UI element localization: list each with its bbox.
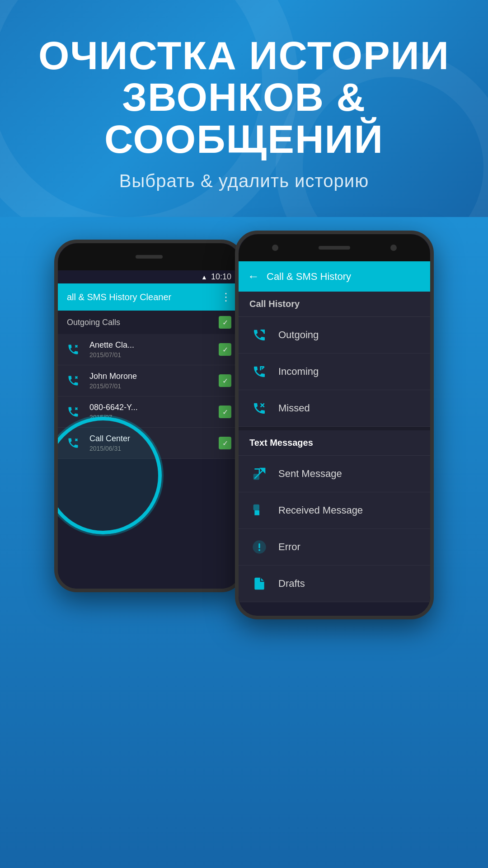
svg-rect-5 xyxy=(253,505,259,510)
left-app-title: all & SMS History Cleaner xyxy=(67,292,171,302)
drafts-icon xyxy=(249,574,269,594)
header-section: ОЧИСТКА ИСТОРИИ ЗВОНКОВ & СООБЩЕНИЙ Выбр… xyxy=(0,0,488,217)
left-app-bar: all & SMS History Cleaner ⋮ xyxy=(58,283,240,311)
item-date: 2015/07/01 xyxy=(89,351,219,359)
right-app-title: Call & SMS History xyxy=(267,271,351,283)
outgoing-call-icon xyxy=(67,341,83,358)
list-item[interactable]: Anette Cla... 2015/07/01 ✓ xyxy=(58,334,240,365)
item-checkbox[interactable]: ✓ xyxy=(219,343,231,356)
list-item[interactable]: John Morone 2015/07/01 ✓ xyxy=(58,365,240,396)
outgoing-calls-label: Outgoing Calls xyxy=(67,318,120,327)
svg-point-8 xyxy=(258,549,260,551)
right-drafts-item[interactable]: Drafts xyxy=(239,566,430,602)
right-error-item[interactable]: Error xyxy=(239,529,430,566)
outgoing-icon xyxy=(249,325,269,345)
outgoing-checkbox[interactable]: ✓ xyxy=(219,316,231,329)
missed-label: Missed xyxy=(278,402,310,414)
signal-icon: ▲ xyxy=(201,274,207,281)
left-phone: ▲ 10:10 all & SMS History Cleaner ⋮ Outg… xyxy=(54,240,244,592)
outgoing-call-icon xyxy=(67,373,83,389)
item-date: 2015/07/01 xyxy=(89,382,219,390)
call-history-header: Call History xyxy=(239,292,430,317)
sent-message-icon xyxy=(249,464,269,484)
right-phone-top xyxy=(239,234,430,261)
item-name: John Morone xyxy=(89,372,219,381)
menu-icon[interactable]: ⋮ xyxy=(221,291,231,303)
status-time: 10:10 xyxy=(211,272,231,282)
error-label: Error xyxy=(278,541,300,553)
outgoing-call-icon xyxy=(67,404,83,420)
right-missed-item[interactable]: Missed xyxy=(239,390,430,427)
right-phone: ← Call & SMS History Call History Out xyxy=(235,231,434,619)
right-outgoing-item[interactable]: Outgoing xyxy=(239,317,430,354)
item-info: Anette Cla... 2015/07/01 xyxy=(89,340,219,359)
incoming-label: Incoming xyxy=(278,366,319,377)
main-title: ОЧИСТКА ИСТОРИИ ЗВОНКОВ & СООБЩЕНИЙ xyxy=(27,35,461,160)
left-phone-top xyxy=(58,243,240,270)
speaker xyxy=(136,255,163,259)
right-app-bar: ← Call & SMS History xyxy=(239,261,430,292)
item-name: 080-6642-Y... xyxy=(89,403,219,412)
item-checkbox[interactable]: ✓ xyxy=(219,406,231,418)
received-message-label: Received Message xyxy=(278,505,363,516)
status-bar: ▲ 10:10 xyxy=(58,270,240,283)
right-speaker xyxy=(319,246,350,250)
right-incoming-item[interactable]: Incoming xyxy=(239,354,430,390)
outgoing-calls-header[interactable]: Outgoing Calls ✓ xyxy=(58,311,240,334)
svg-rect-4 xyxy=(253,474,259,480)
incoming-icon xyxy=(249,362,269,382)
right-received-item[interactable]: Received Message xyxy=(239,492,430,529)
text-messages-header: Text Messages xyxy=(239,427,430,456)
item-checkbox[interactable]: ✓ xyxy=(219,437,231,449)
item-name: Anette Cla... xyxy=(89,340,219,350)
item-info: John Morone 2015/07/01 xyxy=(89,372,219,390)
error-icon xyxy=(249,537,269,557)
sent-message-label: Sent Message xyxy=(278,468,342,480)
received-message-icon xyxy=(249,500,269,520)
right-content: Call History Outgoing xyxy=(239,292,430,602)
back-arrow-icon[interactable]: ← xyxy=(248,269,259,283)
missed-icon xyxy=(249,398,269,418)
outgoing-label: Outgoing xyxy=(278,329,319,341)
right-sent-item[interactable]: Sent Message xyxy=(239,456,430,492)
drafts-label: Drafts xyxy=(278,578,305,590)
sub-title: Выбрать & удалить историю xyxy=(119,171,369,191)
phones-section: ▲ 10:10 all & SMS History Cleaner ⋮ Outg… xyxy=(0,217,488,868)
camera-dot2 xyxy=(390,245,397,251)
item-checkbox[interactable]: ✓ xyxy=(219,374,231,387)
camera-dot xyxy=(272,245,278,251)
